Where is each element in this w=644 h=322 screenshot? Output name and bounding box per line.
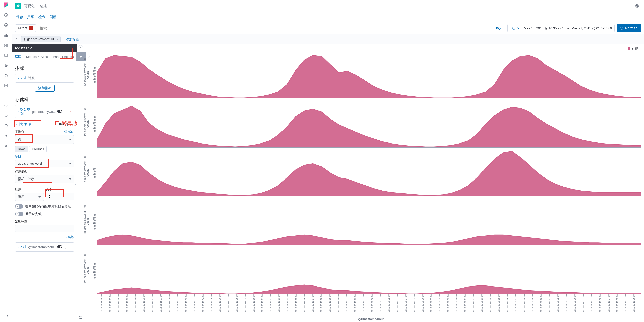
resize-handle-icon[interactable]: ⋮ [74, 181, 77, 185]
show-missing-label: 显示缺失值 [25, 212, 42, 216]
chart-plot[interactable] [97, 100, 641, 147]
siem-icon[interactable] [3, 123, 9, 129]
filter-pill[interactable]: 非 geo.src.keyword: DE × [21, 36, 61, 42]
x-tick-label: 2015-05-19 02:00 [185, 294, 194, 317]
columns-option[interactable]: Columns [29, 146, 47, 152]
visualize-icon[interactable] [3, 32, 9, 38]
show-missing-toggle[interactable]: × [15, 212, 23, 216]
x-tick-label: 2015-05-19 19:00 [329, 294, 337, 317]
inspect-link[interactable]: 检查 [38, 15, 45, 19]
chart-plot[interactable] [97, 150, 641, 196]
chart-plot[interactable] [97, 52, 641, 98]
group-other-toggle[interactable]: × [15, 204, 23, 209]
chart-plot[interactable] [97, 247, 641, 294]
x-tick-label: 2015-05-20 12:00 [472, 294, 481, 317]
order-by-select[interactable]: 指标：计数 [15, 175, 74, 183]
svg-rect-23 [79, 316, 80, 317]
svg-rect-6 [5, 46, 6, 47]
y-axis-facet-label: ID: geo.src.keyword: 筛选Count [84, 210, 89, 234]
date-quick-icon[interactable] [510, 25, 522, 31]
kql-toggle[interactable]: KQL [494, 26, 505, 30]
date-picker[interactable]: May 18, 2015 @ 16:35:27.1 → May 21, 2015… [507, 24, 615, 32]
discover-icon[interactable] [3, 22, 9, 28]
ml-icon[interactable] [3, 73, 9, 79]
x-tick-label: 2015-05-20 07:00 [430, 294, 439, 317]
order-select[interactable]: 降序 [15, 193, 44, 201]
x-tick-label: 2015-05-20 22:00 [557, 294, 566, 317]
share-link[interactable]: 共享 [27, 15, 34, 19]
y-axis-ticks: 6040200 [90, 167, 96, 178]
save-link[interactable]: 保存 [16, 15, 23, 19]
logs-icon[interactable] [3, 93, 9, 99]
field-select[interactable]: geo.src.keyword [15, 160, 74, 167]
delete-icon[interactable]: × [69, 110, 71, 114]
toggle-icon[interactable] [57, 110, 62, 114]
maps-icon[interactable] [3, 62, 9, 68]
tab-panel-settings[interactable]: Panel Settings [50, 53, 76, 61]
filter-settings-icon[interactable] [15, 37, 19, 41]
stack-mgmt-icon[interactable] [3, 143, 9, 149]
filters-chip[interactable]: Filters 1 [15, 24, 36, 32]
toggle-icon[interactable] [57, 245, 62, 249]
drag-icon[interactable]: ⋮ [64, 110, 67, 114]
split-series-agg[interactable]: › 拆分序列 geo.src.keywo... ⋮ × [15, 105, 74, 118]
tab-data[interactable]: 数据 [12, 52, 24, 61]
advanced-link[interactable]: › 高级 [15, 235, 74, 239]
breadcrumb-item[interactable]: 可视化 [24, 4, 35, 8]
x-tick-label: 2015-05-19 04:00 [202, 294, 211, 317]
x-tick-label: 2015-05-20 15:00 [498, 294, 506, 317]
date-to: May 21, 2015 @ 01:32:37.9 [571, 26, 612, 30]
drag-icon[interactable]: ⋮ [64, 245, 67, 249]
search-input[interactable] [38, 25, 491, 32]
add-filter-link[interactable]: + 添加筛选 [63, 37, 79, 42]
add-metric-button[interactable]: 添加指标 [35, 85, 55, 92]
x-tick-label: 2015-05-19 16:00 [303, 294, 312, 317]
x-tick-label: 2015-05-19 03:00 [599, 294, 608, 317]
x-tick-label: 2015-05-20 06:00 [422, 294, 430, 317]
space-badge[interactable]: 默 [15, 3, 21, 9]
x-tick-label: 2015-05-19 14:00 [287, 294, 295, 317]
dashboard-icon[interactable] [3, 42, 9, 48]
recent-icon[interactable] [3, 12, 9, 18]
apm-icon[interactable] [3, 103, 9, 109]
metrics-icon[interactable] [3, 83, 9, 89]
x-tick-label: 2015-05-19 06:00 [219, 294, 227, 317]
svg-rect-24 [79, 318, 80, 319]
x-tick-label: 2015-05-20 00:00 [371, 294, 380, 317]
y-axis-agg[interactable]: › Y 轴 计数 [15, 74, 74, 83]
y-axis-facet-label: CN: geo.src.keyword: 筛选Count [84, 63, 89, 87]
delete-icon[interactable]: × [69, 245, 71, 249]
sub-agg-select[interactable]: 词 [15, 135, 74, 144]
x-tick-label: 2015-05-20 08:00 [439, 294, 447, 317]
chevron-right-icon: › [18, 110, 19, 113]
svg-point-16 [16, 38, 17, 39]
index-pattern-band[interactable]: logstash-* [12, 44, 77, 52]
x-axis-agg[interactable]: › X 轴 @timestamp/hour ⋮ × [15, 242, 74, 252]
field-label: 字段 [15, 154, 21, 159]
uptime-icon[interactable] [3, 113, 9, 119]
kibana-logo[interactable] [3, 2, 9, 8]
legend-toggle-icon[interactable] [78, 316, 83, 320]
chart-legend[interactable]: 计数 [84, 45, 641, 52]
custom-label-input[interactable] [15, 225, 74, 232]
help-link[interactable]: 词 帮助 [64, 130, 74, 134]
canvas-icon[interactable] [3, 52, 9, 58]
editor-tabs: 数据 Metrics & Axes Panel Settings × [12, 52, 77, 61]
tab-metrics-axes[interactable]: Metrics & Axes [24, 53, 50, 61]
svg-rect-8 [5, 54, 8, 56]
breadcrumb-item[interactable]: 创建 [40, 4, 47, 8]
refresh-link[interactable]: 刷新 [49, 15, 56, 19]
chevron-right-icon: › [18, 245, 19, 248]
close-icon[interactable]: × [57, 38, 58, 41]
dev-tools-icon[interactable] [3, 133, 9, 139]
collapse-nav-icon[interactable] [3, 313, 9, 319]
x-tick-label: 2015-05-19 00:00 [168, 294, 177, 317]
size-input[interactable] [46, 193, 74, 200]
chart-plot[interactable] [97, 198, 641, 245]
refresh-button[interactable]: Refresh [617, 24, 641, 32]
chart-panel: CN: geo.src.keyword: 筛选Count100806040200 [84, 52, 641, 98]
chart-panel: US: geo.src.keyword: 筛选Count6040200 [84, 150, 641, 196]
rows-option[interactable]: Rows [15, 146, 28, 152]
collapse-panel-button[interactable]: ‹ [78, 45, 83, 50]
newsfeed-icon[interactable] [633, 2, 641, 10]
